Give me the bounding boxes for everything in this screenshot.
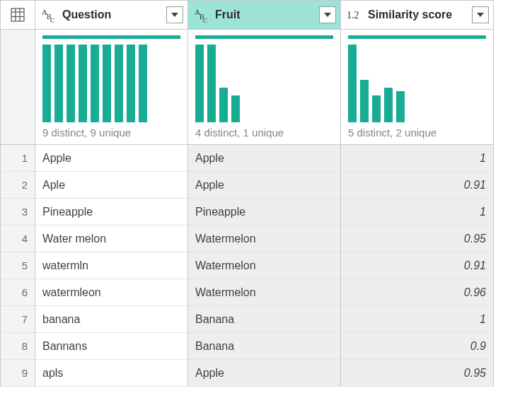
column-name-label: Similarity score <box>368 8 472 21</box>
column-name-label: Fruit <box>215 8 319 21</box>
cell-fruit[interactable]: Watermelon <box>188 279 341 306</box>
svg-text:C: C <box>203 17 207 23</box>
column-profile-question: 9 distinct, 9 unique <box>35 30 188 145</box>
column-name-label: Question <box>62 8 166 21</box>
table-icon <box>9 6 26 23</box>
column-filter-button[interactable] <box>319 6 336 23</box>
row-number[interactable]: 2 <box>0 172 35 199</box>
cell-fruit[interactable]: Apple <box>188 360 341 387</box>
cell-similarity-score[interactable]: 0.95 <box>341 226 494 252</box>
chevron-down-icon <box>476 11 485 19</box>
row-number[interactable]: 7 <box>0 306 35 333</box>
svg-text:C: C <box>50 17 54 23</box>
distribution-bar <box>384 88 393 123</box>
svg-text:1.2: 1.2 <box>347 10 359 20</box>
distribution-bar <box>372 95 381 123</box>
text-type-icon: A B C <box>194 6 211 23</box>
distribution-bar <box>231 95 240 123</box>
svg-rect-0 <box>11 8 24 21</box>
distribution-bar <box>115 45 123 122</box>
distribution-bar <box>91 45 99 122</box>
cell-fruit[interactable]: Watermelon <box>188 226 341 252</box>
distribution-bar <box>42 45 51 122</box>
profile-row-gutter <box>0 30 35 145</box>
distribution-bar <box>348 45 357 122</box>
cell-question[interactable]: Pineapple <box>35 199 188 226</box>
distribution-bar <box>396 91 405 122</box>
cell-similarity-score[interactable]: 1 <box>341 145 494 172</box>
cell-question[interactable]: banana <box>35 306 188 333</box>
cell-fruit[interactable]: Apple <box>188 145 341 172</box>
distribution-bar <box>103 45 111 122</box>
cell-similarity-score[interactable]: 0.95 <box>341 360 494 387</box>
column-filter-button[interactable] <box>166 6 183 23</box>
cell-fruit[interactable]: Apple <box>188 172 341 199</box>
distribution-bar <box>66 45 75 122</box>
cell-question[interactable]: apls <box>35 360 188 387</box>
cell-fruit[interactable]: Pineapple <box>188 199 341 226</box>
cell-question[interactable]: Water melon <box>35 226 188 252</box>
cell-similarity-score[interactable]: 0.96 <box>341 279 494 306</box>
cell-question[interactable]: Apple <box>35 145 188 172</box>
column-header-question[interactable]: A B C Question <box>35 0 188 30</box>
distribution-bar <box>219 88 228 123</box>
row-number[interactable]: 1 <box>0 145 35 172</box>
column-profile-similarity-score: 5 distinct, 2 unique <box>341 30 494 145</box>
profile-stats-label: 4 distinct, 1 unique <box>195 127 333 139</box>
cell-fruit[interactable]: Banana <box>188 333 341 360</box>
column-header-fruit[interactable]: A B C Fruit <box>188 0 341 30</box>
row-number[interactable]: 9 <box>0 360 35 387</box>
distribution-chart <box>348 45 486 122</box>
chevron-down-icon <box>170 11 179 19</box>
cell-similarity-score[interactable]: 1 <box>341 199 494 226</box>
distribution-bar <box>54 45 63 122</box>
cell-similarity-score[interactable]: 0.9 <box>341 333 494 360</box>
cell-question[interactable]: Bannans <box>35 333 188 360</box>
chevron-down-icon <box>323 11 332 19</box>
cell-question[interactable]: watermln <box>35 252 188 279</box>
cell-question[interactable]: Aple <box>35 172 188 199</box>
distribution-chart <box>195 45 333 122</box>
decimal-type-icon: 1.2 <box>347 6 364 23</box>
cell-similarity-score[interactable]: 0.91 <box>341 252 494 279</box>
row-number[interactable]: 3 <box>0 199 35 226</box>
cell-similarity-score[interactable]: 1 <box>341 306 494 333</box>
cell-question[interactable]: watermleon <box>35 279 188 306</box>
profile-stats-label: 9 distinct, 9 unique <box>42 127 180 139</box>
distribution-bar <box>195 45 204 122</box>
distribution-bar <box>360 80 369 123</box>
row-number[interactable]: 8 <box>0 333 35 360</box>
distribution-bar <box>79 45 87 122</box>
row-number[interactable]: 4 <box>0 226 35 252</box>
distribution-bar <box>139 45 147 122</box>
text-type-icon: A B C <box>41 6 58 23</box>
column-filter-button[interactable] <box>472 6 489 23</box>
cell-fruit[interactable]: Banana <box>188 306 341 333</box>
column-profile-fruit: 4 distinct, 1 unique <box>188 30 341 145</box>
quality-bar <box>348 35 486 39</box>
column-header-similarity-score[interactable]: 1.2 Similarity score <box>341 0 494 30</box>
distribution-chart <box>42 45 180 122</box>
distribution-bar <box>207 45 216 122</box>
row-number[interactable]: 5 <box>0 252 35 279</box>
quality-bar <box>42 35 180 39</box>
cell-similarity-score[interactable]: 0.91 <box>341 172 494 199</box>
select-all-corner[interactable] <box>0 0 35 30</box>
cell-fruit[interactable]: Watermelon <box>188 252 341 279</box>
quality-bar <box>195 35 333 39</box>
profile-stats-label: 5 distinct, 2 unique <box>348 127 486 139</box>
distribution-bar <box>127 45 135 122</box>
row-number[interactable]: 6 <box>0 279 35 306</box>
